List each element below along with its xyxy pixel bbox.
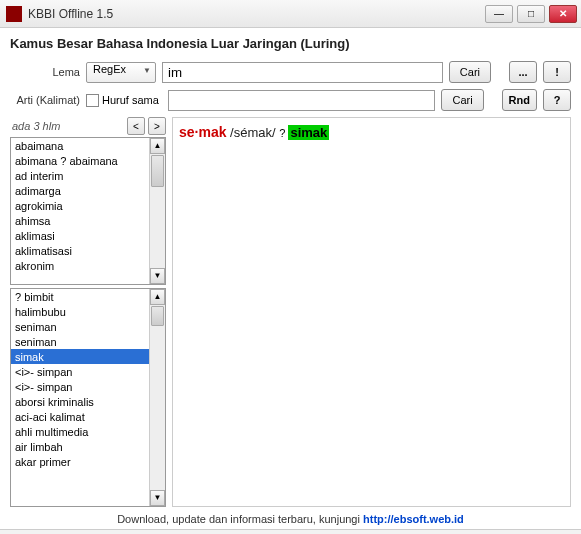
dots-button[interactable]: ... (509, 61, 537, 83)
app-icon (6, 6, 22, 22)
bang-button[interactable]: ! (543, 61, 571, 83)
rnd-button[interactable]: Rnd (502, 89, 537, 111)
pager-prev-button[interactable]: < (127, 117, 145, 135)
results-list[interactable]: ? bimbithalimbubusenimansenimansimak<i>-… (10, 288, 166, 507)
def-pronunciation: /sémak/ (226, 125, 279, 140)
definition-panel: se·mak /sémak/ ? simak (172, 117, 571, 507)
list-item[interactable]: aci-aci kalimat (11, 409, 149, 424)
list-item[interactable]: aklimasi (11, 228, 149, 243)
lema-input[interactable] (162, 62, 443, 83)
list-item[interactable]: air limbah (11, 439, 149, 454)
scroll-thumb[interactable] (151, 155, 164, 187)
list-item[interactable]: akronim (11, 258, 149, 273)
window-title: KBBI Offline 1.5 (28, 7, 485, 21)
list-item[interactable]: ad interim (11, 168, 149, 183)
pager-info: ada 3 hlm (10, 120, 124, 132)
pager-next-button[interactable]: > (148, 117, 166, 135)
list-item[interactable]: ahli multimedia (11, 424, 149, 439)
status-bar: Ditemukan 1,144 kata (999ms) (0, 529, 581, 534)
list-item[interactable]: <i>- simpan (11, 364, 149, 379)
scroll-up-icon[interactable]: ▲ (150, 289, 165, 305)
def-reference[interactable]: simak (288, 125, 329, 140)
list-item[interactable]: ? bimbit (11, 289, 149, 304)
minimize-button[interactable]: ― (485, 5, 513, 23)
list-item[interactable]: adimarga (11, 183, 149, 198)
mode-select[interactable]: RegEx (86, 62, 156, 83)
scroll-thumb[interactable] (151, 306, 164, 326)
scroll-down-icon[interactable]: ▼ (150, 268, 165, 284)
def-headword: se·mak (179, 124, 226, 140)
scroll-up-icon[interactable]: ▲ (150, 138, 165, 154)
lema-list[interactable]: abaimanaabimana ? abaimanaad interimadim… (10, 137, 166, 285)
lema-label: Lema (10, 66, 80, 78)
list-item[interactable]: aklimatisasi (11, 243, 149, 258)
scroll-down-icon[interactable]: ▼ (150, 490, 165, 506)
list-item[interactable]: akar primer (11, 454, 149, 469)
maximize-button[interactable]: □ (517, 5, 545, 23)
page-heading: Kamus Besar Bahasa Indonesia Luar Jaring… (10, 36, 571, 51)
arti-label: Arti (Kalimat) (10, 94, 80, 106)
help-button[interactable]: ? (543, 89, 571, 111)
footer-link[interactable]: http://ebsoft.web.id (363, 513, 464, 525)
list-item[interactable]: <i>- simpan (11, 379, 149, 394)
footer: Download, update dan informasi terbaru, … (10, 507, 571, 529)
list-item[interactable]: seniman (11, 334, 149, 349)
arti-input[interactable] (168, 90, 435, 111)
list-item[interactable]: abimana ? abaimana (11, 153, 149, 168)
list-item[interactable]: agrokimia (11, 198, 149, 213)
cari-arti-button[interactable]: Cari (441, 89, 483, 111)
list-item[interactable]: aborsi kriminalis (11, 394, 149, 409)
list-item[interactable]: abaimana (11, 138, 149, 153)
def-arrow: ? (279, 127, 285, 139)
list-item[interactable]: simak (11, 349, 149, 364)
footer-text: Download, update dan informasi terbaru, … (117, 513, 363, 525)
cari-lema-button[interactable]: Cari (449, 61, 491, 83)
list-item[interactable]: ahimsa (11, 213, 149, 228)
close-button[interactable]: ✕ (549, 5, 577, 23)
list-item[interactable]: halimbubu (11, 304, 149, 319)
huruf-sama-checkbox[interactable] (86, 94, 99, 107)
list-item[interactable]: seniman (11, 319, 149, 334)
huruf-sama-label: Huruf sama (102, 94, 159, 106)
mode-value: RegEx (93, 63, 126, 75)
